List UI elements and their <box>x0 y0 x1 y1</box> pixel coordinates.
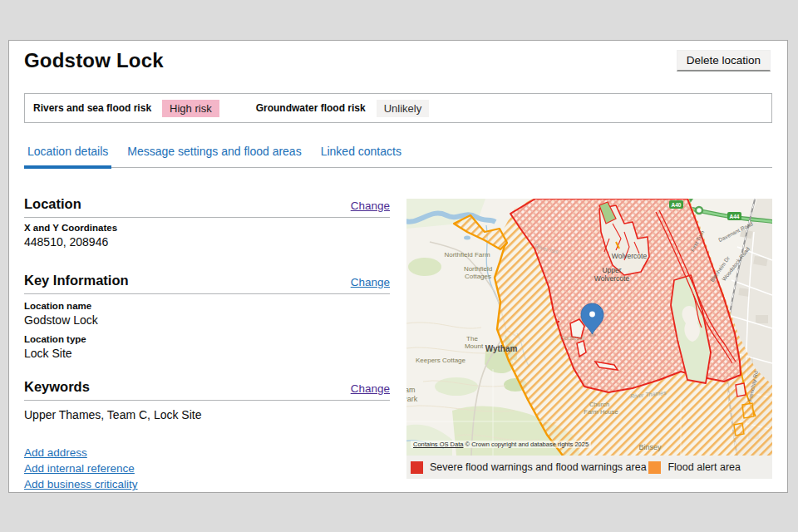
section-key-information: Key Information Change <box>24 273 390 294</box>
map-label-upper-wolvercote: Wolvercote <box>594 274 630 283</box>
map-label-cottages: Cottages <box>465 273 491 280</box>
location-name-label: Location name <box>24 301 91 311</box>
xy-coordinates-label: X and Y Coordinates <box>24 223 117 233</box>
section-keywords: Keywords Change <box>24 379 390 401</box>
map-label-farm-house: Farm House <box>584 408 618 416</box>
map-label-northfield: Northfield <box>464 265 492 273</box>
map-label-a44: A44 <box>730 214 740 219</box>
flood-map[interactable]: Northfield Farm Northfield Cottages The … <box>406 199 772 456</box>
delete-location-button[interactable]: Delete location <box>677 50 771 71</box>
change-key-information-link[interactable]: Change <box>351 276 390 288</box>
map-label-binsey: Binsey <box>638 443 662 451</box>
rivers-sea-risk-badge: High risk <box>162 100 219 117</box>
map-label-godstow: Godstow <box>559 334 584 342</box>
section-keywords-heading: Keywords <box>24 379 90 395</box>
alert-swatch-icon <box>648 461 661 474</box>
map-legend: Severe flood warnings and flood warnings… <box>406 456 772 479</box>
legend-alert-label: Flood alert area <box>667 461 741 473</box>
map-label-wytham-park-2: Park <box>406 395 418 403</box>
section-location-heading: Location <box>24 196 81 212</box>
map-label-wytham: Wytham <box>485 344 518 353</box>
roundabout <box>696 207 702 214</box>
legend-item-alert: Flood alert area <box>648 461 741 474</box>
rivers-sea-risk-label: Rivers and sea flood risk <box>33 102 151 114</box>
map-label-upper: Upper <box>602 266 621 274</box>
map-attribution: Contains OS Data © Crown copyright and d… <box>411 441 591 448</box>
location-type-label: Location type <box>24 334 86 344</box>
map-label-a40: A40 <box>672 202 682 208</box>
os-data-link[interactable]: Contains OS Data <box>413 441 463 448</box>
legend-warning-label: Severe flood warnings and flood warnings… <box>430 461 647 473</box>
map-label-northfield-farm: Northfield Farm <box>444 251 490 259</box>
map-label-church: Church <box>589 401 609 408</box>
legend-item-warning: Severe flood warnings and flood warnings… <box>411 461 647 474</box>
page-title: Godstow Lock <box>24 49 164 72</box>
change-location-link[interactable]: Change <box>351 200 390 212</box>
location-detail-card: Godstow Lock Delete location Rivers and … <box>8 40 788 493</box>
change-keywords-link[interactable]: Change <box>351 382 390 395</box>
tab-bar: Location details Message settings and fl… <box>24 145 772 168</box>
flood-map-canvas: Northfield Farm Northfield Cottages The … <box>406 199 772 456</box>
section-location: Location Change <box>24 196 390 218</box>
flood-risk-summary-bar: Rivers and sea flood risk High risk Grou… <box>24 93 772 123</box>
map-label-mount: Mount <box>465 342 484 350</box>
copyright-text: © Crown copyright and database rights 20… <box>466 441 589 448</box>
location-name-value: Godstow Lock <box>24 313 98 327</box>
groundwater-risk-label: Groundwater flood risk <box>256 102 366 114</box>
add-internal-reference-link[interactable]: Add internal reference <box>24 462 135 475</box>
tab-linked-contacts[interactable]: Linked contacts <box>318 145 405 167</box>
add-business-criticality-link[interactable]: Add business criticality <box>24 478 138 490</box>
tab-location-details[interactable]: Location details <box>24 145 111 169</box>
map-label-keepers-cottage: Keepers Cottage <box>416 357 466 364</box>
map-label-wolvercote: Wolvercote <box>612 252 648 260</box>
map-label-the: The <box>466 335 478 342</box>
section-key-information-heading: Key Information <box>24 273 129 288</box>
groundwater-risk-badge: Unlikely <box>377 100 430 117</box>
tab-message-settings[interactable]: Message settings and flood areas <box>124 145 304 167</box>
xy-coordinates-value: 448510, 208946 <box>24 235 108 249</box>
location-type-value: Lock Site <box>24 347 72 360</box>
warning-swatch-icon <box>411 461 423 474</box>
keywords-value: Upper Thames, Team C, Lock Site <box>24 408 201 421</box>
map-label-wytham-park-1: Wytham <box>406 386 415 394</box>
add-address-link[interactable]: Add address <box>24 446 87 459</box>
